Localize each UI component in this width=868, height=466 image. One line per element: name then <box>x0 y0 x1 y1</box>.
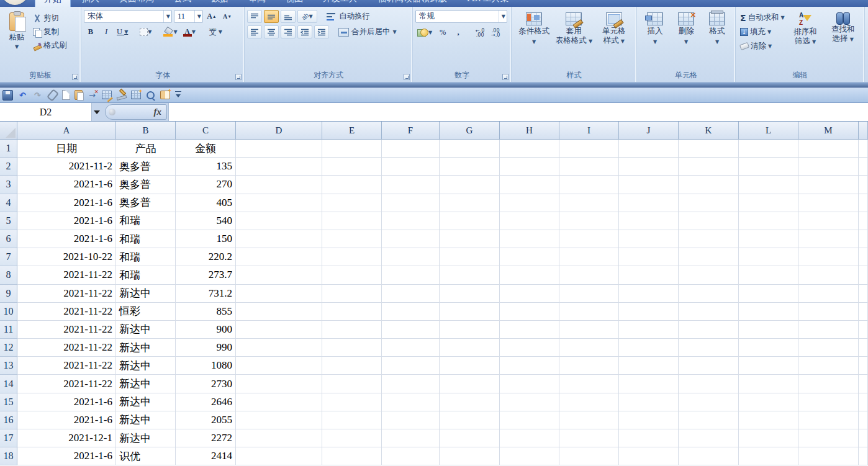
font-dialog-launcher[interactable] <box>235 74 242 80</box>
select-all-corner[interactable] <box>0 122 17 140</box>
borders-button[interactable]: ▼ <box>138 25 153 38</box>
column-header-H[interactable]: H <box>500 122 559 140</box>
cell-J14[interactable] <box>619 375 679 393</box>
cell-L1[interactable] <box>739 140 798 158</box>
cell-partial-15[interactable] <box>859 393 868 411</box>
column-header-E[interactable]: E <box>322 122 382 140</box>
cell-D3[interactable] <box>236 176 322 194</box>
cell-K18[interactable] <box>679 447 739 465</box>
underline-button[interactable]: U ▼ <box>115 25 130 38</box>
cell-C7[interactable]: 220.2 <box>176 248 236 266</box>
cell-G4[interactable] <box>440 194 500 212</box>
number-dialog-launcher[interactable] <box>502 74 509 80</box>
cell-I3[interactable] <box>559 176 619 194</box>
cell-I1[interactable] <box>559 140 619 158</box>
cell-G18[interactable] <box>440 447 500 465</box>
cell-F7[interactable] <box>382 248 440 266</box>
cell-H2[interactable] <box>500 158 559 176</box>
cell-I5[interactable] <box>559 212 619 230</box>
cell-F9[interactable] <box>382 285 440 303</box>
phonetic-button[interactable]: wén文 ▼ <box>206 25 224 38</box>
cell-I4[interactable] <box>559 194 619 212</box>
cell-I18[interactable] <box>559 447 619 465</box>
clipboard-dialog-launcher[interactable] <box>72 74 78 80</box>
format-cells-button[interactable]: 格式 ▼ <box>702 10 733 69</box>
cell-D6[interactable] <box>236 230 322 248</box>
cell-L16[interactable] <box>739 411 798 429</box>
cell-L6[interactable] <box>739 230 798 248</box>
grow-font-button[interactable]: A▲ <box>205 10 219 23</box>
column-header-K[interactable]: K <box>679 122 739 140</box>
cell-partial-16[interactable] <box>859 411 868 429</box>
cell-H3[interactable] <box>500 176 559 194</box>
wrap-text-button[interactable]: 自动换行 <box>325 11 371 22</box>
cut-button[interactable]: 剪切 <box>31 12 69 24</box>
insert-cells-button[interactable]: 插入 ▼ <box>640 10 671 69</box>
cell-G1[interactable] <box>440 140 500 158</box>
cell-B13[interactable]: 新达中 <box>116 357 176 375</box>
cell-H14[interactable] <box>500 375 559 393</box>
cell-C16[interactable]: 2055 <box>176 411 236 429</box>
cell-G12[interactable] <box>440 339 500 357</box>
column-header-G[interactable]: G <box>440 122 500 140</box>
row-header-3[interactable]: 3 <box>0 176 17 194</box>
cell-H17[interactable] <box>500 429 559 447</box>
cell-L9[interactable] <box>739 285 798 303</box>
cell-B8[interactable]: 和瑞 <box>116 266 176 284</box>
cell-E2[interactable] <box>322 158 382 176</box>
cell-G17[interactable] <box>440 429 500 447</box>
align-left-button[interactable] <box>247 25 262 38</box>
fill-dropdown-arrow[interactable]: ▼ <box>767 29 771 35</box>
cell-D15[interactable] <box>236 393 322 411</box>
cell-I11[interactable] <box>559 321 619 339</box>
cell-E8[interactable] <box>322 266 382 284</box>
shrink-font-button[interactable]: A▼ <box>220 10 234 23</box>
format-painter-button[interactable]: 格式刷 <box>31 40 69 52</box>
cell-E1[interactable] <box>322 140 382 158</box>
name-box[interactable]: D2 <box>0 103 92 121</box>
cell-F15[interactable] <box>382 393 440 411</box>
cell-F16[interactable] <box>382 411 440 429</box>
cell-J17[interactable] <box>619 429 679 447</box>
cell-E4[interactable] <box>322 194 382 212</box>
row-header-1[interactable]: 1 <box>0 140 17 158</box>
cell-F6[interactable] <box>382 230 440 248</box>
cell-A4[interactable]: 2021-1-6 <box>17 194 116 212</box>
cell-partial-11[interactable] <box>859 321 868 339</box>
fill-button[interactable]: ↓ 填充 ▼ <box>738 26 787 38</box>
cell-H18[interactable] <box>500 447 559 465</box>
cell-H12[interactable] <box>500 339 559 357</box>
row-header-15[interactable]: 15 <box>0 393 17 411</box>
cell-L13[interactable] <box>739 357 798 375</box>
cell-F1[interactable] <box>382 140 440 158</box>
cell-G8[interactable] <box>440 266 500 284</box>
cell-F4[interactable] <box>382 194 440 212</box>
cell-I10[interactable] <box>559 303 619 321</box>
row-header-18[interactable]: 18 <box>0 447 17 465</box>
cell-H10[interactable] <box>500 303 559 321</box>
cell-B2[interactable]: 奥多普 <box>116 158 176 176</box>
cell-J7[interactable] <box>619 248 679 266</box>
font-color-button[interactable]: A▼ <box>181 25 197 38</box>
percent-button[interactable]: % <box>436 26 450 39</box>
save-icon[interactable] <box>2 90 13 101</box>
align-center-button[interactable] <box>264 25 279 38</box>
font-name-dropdown-arrow[interactable]: ▼ <box>163 11 170 22</box>
cell-B18[interactable]: 识优 <box>116 447 176 465</box>
cell-F12[interactable] <box>382 339 440 357</box>
table-edit-icon[interactable] <box>102 91 112 99</box>
sort-filter-button[interactable]: AZ 排序和筛选 ▼ <box>787 10 825 69</box>
cell-G3[interactable] <box>440 176 500 194</box>
cell-C10[interactable]: 855 <box>176 303 236 321</box>
decrease-indent-button[interactable] <box>297 25 312 38</box>
cell-A10[interactable]: 2021-11-22 <box>17 303 116 321</box>
cell-J1[interactable] <box>619 140 679 158</box>
align-right-button[interactable] <box>281 25 296 38</box>
cell-J12[interactable] <box>619 339 679 357</box>
column-header-J[interactable]: J <box>619 122 679 140</box>
row-header-9[interactable]: 9 <box>0 285 17 303</box>
cell-G2[interactable] <box>440 158 500 176</box>
cell-E15[interactable] <box>322 393 382 411</box>
cell-F17[interactable] <box>382 429 440 447</box>
cell-H5[interactable] <box>500 212 559 230</box>
